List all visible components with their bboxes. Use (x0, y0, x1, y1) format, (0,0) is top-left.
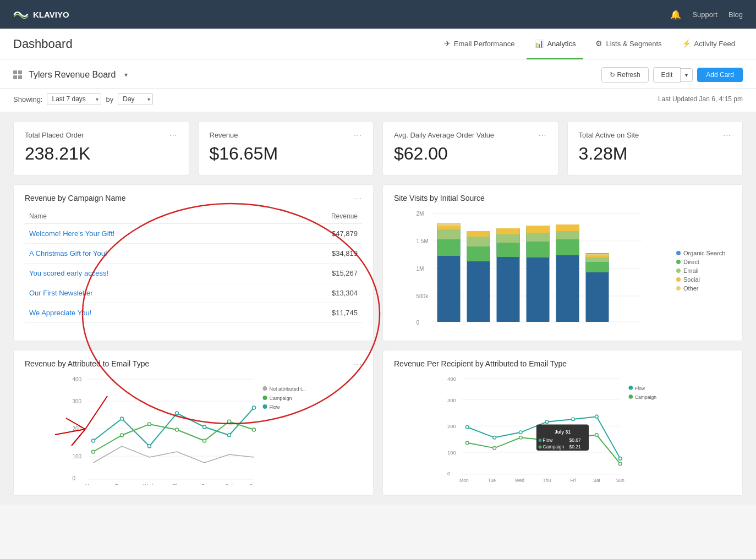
revenue-email-type-card: Revenue by Attributed to Email Type ··· … (13, 350, 374, 496)
refresh-button[interactable]: ↻ Refresh (601, 67, 649, 83)
table-row: Our First Newsletter $13,304 (25, 283, 362, 303)
tab-email-label: Email Performance (454, 40, 515, 48)
table-row: You scored early access! $15,267 (25, 264, 362, 283)
svg-text:Mon: Mon (459, 478, 469, 483)
granularity-select-wrapper: Day Week Month (118, 93, 153, 105)
svg-point-49 (148, 445, 151, 448)
metric-menu-3[interactable]: ··· (723, 130, 731, 139)
svg-text:Tue: Tue (488, 478, 496, 483)
metric-title-0: Total Placed Order (25, 131, 84, 139)
svg-text:Sat: Sat (593, 478, 600, 483)
revenue-per-recipient-card: Revenue Per Recipient by Attributed to E… (382, 350, 743, 496)
metric-menu-0[interactable]: ··· (169, 130, 178, 139)
edit-button-group: Edit ▾ (653, 67, 693, 83)
campaign-table: Name Revenue Welcome! Here's Your Gift! … (25, 209, 362, 323)
revenue-email-type-title: Revenue by Attributed to Email Type (25, 359, 149, 368)
svg-rect-36 (586, 253, 609, 254)
tab-activity-label: Activity Feed (694, 40, 735, 48)
svg-text:Wed: Wed (143, 483, 153, 485)
campaign-name-4[interactable]: We Appreciate You! (25, 303, 270, 323)
page-title: Dashboard (13, 37, 73, 51)
svg-point-100 (539, 439, 542, 442)
table-row: A Christmas Gift for You! $34,819 (25, 244, 362, 264)
svg-rect-14 (437, 223, 461, 226)
campaign-name-3[interactable]: Our First Newsletter (25, 283, 270, 303)
metric-menu-2[interactable]: ··· (539, 130, 547, 139)
last-updated: Last Updated Jan 6, 4:15 pm (658, 95, 743, 103)
svg-point-47 (92, 439, 95, 442)
revenue-email-chart-container: 400 300 200 100 0 (25, 375, 362, 485)
edit-button[interactable]: Edit (653, 67, 681, 83)
filter-controls: Showing: Last 7 days Last 30 days Last 9… (13, 93, 153, 105)
svg-rect-30 (556, 224, 579, 231)
svg-rect-18 (467, 231, 490, 237)
period-select[interactable]: Last 7 days Last 30 days Last 90 days (47, 93, 101, 105)
svg-text:$0.67: $0.67 (569, 437, 581, 443)
support-link[interactable]: Support (692, 10, 717, 19)
svg-text:Flow: Flow (635, 386, 645, 391)
svg-point-60 (253, 428, 256, 431)
granularity-select[interactable]: Day Week Month (118, 93, 153, 105)
revenue-campaign-menu[interactable]: ··· (354, 194, 362, 202)
top-navigation: KLAVIYO 🔔 Support Blog (0, 0, 756, 29)
site-visits-card: Site Visits by Initial Source 2M 1.5M 1M… (382, 184, 743, 341)
svg-point-96 (595, 434, 599, 437)
legend-label-email: Email (683, 267, 699, 274)
legend-label-social: Social (683, 276, 700, 283)
tab-lists-segments[interactable]: ⚙ Lists & Segments (588, 29, 669, 59)
svg-text:$0.21: $0.21 (569, 444, 581, 450)
revenue-email-type-svg: 400 300 200 100 0 (25, 375, 362, 485)
email-icon: ✈ (444, 39, 451, 48)
notifications-icon[interactable]: 🔔 (670, 9, 681, 20)
svg-text:Sun: Sun (616, 478, 624, 483)
sub-navigation: Dashboard ✈ Email Performance 📊 Analytic… (0, 29, 756, 59)
svg-text:Flow: Flow (543, 437, 553, 443)
revenue-campaign-title: Revenue by Campaign Name (25, 194, 126, 202)
svg-text:300: 300 (73, 398, 82, 404)
svg-point-55 (120, 434, 124, 437)
svg-point-51 (203, 425, 206, 429)
site-visits-chart: 2M 1.5M 1M 500k 0 (394, 209, 731, 332)
campaign-revenue-4: $11,745 (270, 303, 362, 323)
campaign-name-1[interactable]: A Christmas Gift for You! (25, 244, 270, 264)
svg-text:Not attributed t...: Not attributed t... (270, 386, 306, 392)
legend-label-organic: Organic Search (683, 250, 725, 256)
svg-text:Mon: Mon (85, 483, 95, 485)
campaign-name-2[interactable]: You scored early access! (25, 264, 270, 283)
blog-link[interactable]: Blog (728, 10, 743, 19)
legend-dot-direct (676, 260, 681, 264)
svg-text:0: 0 (417, 320, 420, 326)
edit-dropdown-button[interactable]: ▾ (681, 68, 693, 82)
charts-row-2: Revenue by Attributed to Email Type ··· … (0, 350, 756, 505)
svg-point-88 (572, 418, 575, 421)
charts-row-1: Revenue by Campaign Name ··· Name Revenu… (0, 184, 756, 350)
grid-icon (13, 70, 22, 79)
svg-text:400: 400 (73, 376, 82, 382)
campaign-name-0[interactable]: Welcome! Here's Your Gift! (25, 224, 270, 244)
svg-point-113 (629, 386, 633, 390)
campaign-revenue-1: $34,819 (270, 244, 362, 264)
site-visits-svg: 2M 1.5M 1M 500k 0 (394, 209, 670, 330)
metric-menu-1[interactable]: ··· (354, 130, 362, 139)
tab-activity-feed[interactable]: ⚡ Activity Feed (674, 29, 743, 59)
tab-analytics[interactable]: 📊 Analytics (527, 29, 583, 59)
revenue-email-type-menu[interactable]: ··· (354, 359, 362, 368)
svg-text:300: 300 (447, 397, 456, 403)
svg-point-86 (519, 431, 522, 434)
tab-email-performance[interactable]: ✈ Email Performance (436, 29, 523, 59)
svg-text:Thu: Thu (173, 483, 182, 485)
table-row: We Appreciate You! $11,745 (25, 303, 362, 323)
by-label: by (106, 95, 113, 103)
svg-point-85 (493, 436, 496, 439)
revenue-per-recipient-title: Revenue Per Recipient by Attributed to E… (394, 359, 567, 368)
brand-logo[interactable]: KLAVIYO (13, 9, 69, 20)
svg-point-56 (148, 423, 151, 426)
metric-value-1: $16.65M (210, 144, 363, 164)
revenue-per-recipient-svg: 400 300 200 100 0 (394, 375, 731, 485)
board-dropdown-icon[interactable]: ▾ (124, 71, 128, 79)
legend-label-direct: Direct (683, 259, 699, 265)
add-card-button[interactable]: Add Card (697, 68, 743, 82)
revenue-per-recipient-chart-container: 400 300 200 100 0 (394, 375, 731, 486)
site-visits-title: Site Visits by Initial Source (394, 194, 485, 202)
refresh-icon: ↻ (610, 71, 615, 79)
